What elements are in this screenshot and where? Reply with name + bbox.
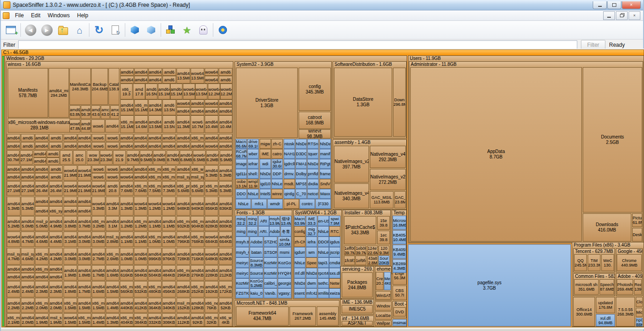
treemap-cell[interactable]: amd6427.1MB <box>20 150 33 165</box>
treemap-cell[interactable]: wmpl11.9I <box>247 179 259 189</box>
treemap-cell[interactable]: amd641.6MB <box>106 265 119 281</box>
box-localse[interactable]: LocalSe <box>375 311 392 320</box>
treemap-cell[interactable]: x86_m15.1MB <box>134 99 148 115</box>
treemap-cell[interactable]: amd64 <box>148 134 162 142</box>
treemap-cell[interactable]: amd64 <box>191 107 204 115</box>
menu-windows[interactable]: Windows <box>44 11 74 20</box>
treemap-cell[interactable]: amd642.0MB <box>21 313 34 326</box>
treemap-cell[interactable]: amd64_ <box>35 142 49 150</box>
treemap-cell[interactable]: wow643.3MB <box>92 197 105 216</box>
box-framework[interactable]: Framework267.2MB <box>290 306 316 326</box>
treemap-cell[interactable]: ming32.2 <box>236 216 246 226</box>
box-tim[interactable]: TIM233.3M <box>588 254 600 271</box>
treemap-cell[interactable]: amd64716KB <box>191 248 204 265</box>
treemap-cell[interactable]: amd64 <box>21 265 34 273</box>
treemap-cell[interactable]: wow644.8MB <box>7 232 20 247</box>
treemap-cell[interactable]: wow64 <box>120 173 133 181</box>
box-updated[interactable]: updated176.8M <box>596 297 615 313</box>
treemap-cell[interactable]: mig32.7 <box>306 226 317 237</box>
treemap-cell[interactable]: amd643.0MB <box>64 248 77 265</box>
treemap-cell[interactable]: amd645.9MB <box>220 150 232 165</box>
treemap-cell[interactable]: amd64 <box>162 134 176 142</box>
treemap-cell[interactable]: amd64 <box>49 265 63 273</box>
box-manifests[interactable]: Manifests578.7MB <box>8 68 48 118</box>
filter-input[interactable] <box>18 40 577 49</box>
treemap-cell[interactable]: amd64 <box>219 99 232 107</box>
treemap-cell[interactable]: amd643.7MB <box>78 216 91 231</box>
treemap-cell[interactable]: amd64456KB <box>162 281 176 297</box>
treemap-cell[interactable]: NlsDa <box>307 159 319 169</box>
treemap-cell[interactable]: msil_m152KB <box>177 298 190 313</box>
treemap-cell[interactable]: wow64_ <box>205 68 218 76</box>
treemap-cell[interactable]: x86_mi252KB <box>191 281 204 297</box>
treemap-cell[interactable]: amd64412KB <box>134 298 147 313</box>
box-med[interactable]: Med4KB <box>384 272 391 290</box>
treemap-cell[interactable]: qintlg <box>284 189 295 199</box>
treemap-cell[interactable]: zh-C <box>271 139 283 149</box>
treemap-cell[interactable]: georgia <box>278 278 291 288</box>
treemap-cell[interactable]: amd25.5 <box>60 150 73 165</box>
box-nativeimages-v2[interactable]: NativeImages_v2.397.7MB <box>334 146 369 183</box>
treemap-cell[interactable]: wow6 <box>92 173 105 181</box>
treemap-cell[interactable]: 1fc9f1 <box>344 256 355 265</box>
treemap-cell[interactable]: wm <box>306 247 317 257</box>
treemap-cell[interactable]: x86_mi296KB <box>177 265 190 281</box>
treemap-cell[interactable]: amd6 <box>21 142 34 150</box>
treemap-cell[interactable]: igdur30.6I <box>271 159 283 169</box>
treemap-cell[interactable]: Dolby <box>295 169 307 179</box>
treemap-cell[interactable]: amd64 <box>205 134 218 142</box>
treemap-cell[interactable]: amd64364KB <box>148 298 162 313</box>
treemap-cell[interactable]: shell: <box>247 169 259 179</box>
treemap-cell[interactable]: x86_mi <box>162 173 176 181</box>
treemap-cell[interactable]: HYQiH <box>278 268 291 278</box>
treemap-cell[interactable]: amd642.0MB <box>49 298 63 313</box>
treemap-cell[interactable]: amd64_ <box>148 76 162 84</box>
treemap-cell[interactable]: NlsDa <box>306 268 317 278</box>
treemap-cell[interactable]: sxs.dll <box>329 268 340 278</box>
treemap-cell[interactable]: en-US <box>318 216 329 226</box>
treemap-cell[interactable]: RTC <box>329 226 340 237</box>
treemap-cell[interactable]: x86_mi7.5MB <box>148 181 162 196</box>
treemap-cell[interactable]: wow6 <box>92 134 105 142</box>
treemap-cell[interactable]: msyh_0 <box>236 247 249 257</box>
treemap-cell[interactable]: amd644.7MB <box>21 232 34 247</box>
back-button[interactable]: ◀ <box>22 22 39 38</box>
treemap-cell[interactable]: amd613.5N <box>162 115 176 133</box>
box-documents[interactable]: Documents2.5GB <box>583 67 642 212</box>
box-backup[interactable]: Backup204.6MB <box>91 68 108 105</box>
treemap-cell[interactable]: amd64_ <box>120 68 134 76</box>
treemap-cell[interactable]: wow6421.9MB <box>64 181 77 196</box>
treemap-cell[interactable]: igdus <box>329 237 340 247</box>
box-micro[interactable]: Micro: <box>636 308 643 317</box>
treemap-cell[interactable]: KozGo <box>278 257 291 268</box>
treemap-cell[interactable]: amd644.6MB <box>35 232 49 247</box>
treemap-cell[interactable]: amd6 <box>47 158 59 165</box>
box-nativeimages-v2[interactable]: NativeImages_v2.272.2MB <box>370 169 406 190</box>
treemap-cell[interactable]: wow64 <box>205 99 218 107</box>
treemap-cell[interactable]: dwm <box>306 278 317 288</box>
treemap-cell[interactable]: wow641.5MB <box>64 313 77 326</box>
treemap-cell[interactable]: msmi <box>278 247 291 257</box>
treemap-cell[interactable]: amd644.2MB <box>49 248 63 265</box>
treemap-cell[interactable]: migw <box>260 139 271 149</box>
maximize-icon[interactable] <box>607 1 621 9</box>
box-gac-msil[interactable]: GAC_MSIL113.8MB <box>370 191 393 208</box>
treemap-cell[interactable]: amd64940KB <box>191 197 204 216</box>
treemap-cell[interactable]: amd64_14.3MB <box>148 99 162 115</box>
treemap-cell[interactable]: Source8.3MB <box>250 257 263 268</box>
title-bar[interactable]: SpaceSniffer 1.3.0.2 - www.uderzo.it - [… <box>1 0 643 10</box>
treemap-cell[interactable]: amd641.1MB <box>162 216 176 231</box>
treemap-cell[interactable]: amd643.0MB <box>78 248 91 265</box>
treemap-cell[interactable]: amd17.8 <box>133 84 145 99</box>
treemap-cell[interactable]: x86_m7.6MB <box>134 181 147 196</box>
treemap-cell[interactable]: wow610.7M <box>191 115 204 133</box>
treemap-cell[interactable]: iefrar <box>247 159 259 169</box>
treemap-cell[interactable]: imager <box>236 159 247 169</box>
treemap-cell[interactable]: amd64996KB <box>148 248 162 265</box>
treemap-cell[interactable]: amd64_n <box>7 142 20 150</box>
treemap-cell[interactable]: x86_mi <box>35 265 49 273</box>
treemap-cell[interactable]: DDO <box>236 189 247 199</box>
treemap-cell[interactable]: x86_w <box>191 165 204 173</box>
treemap-cell[interactable]: amd649.5MB <box>140 150 152 165</box>
close-icon[interactable]: × <box>622 1 641 9</box>
